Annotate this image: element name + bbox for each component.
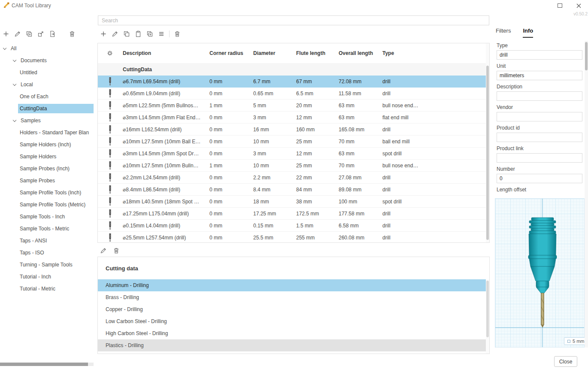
sidebar-horizontal-scrollbar[interactable] [0,363,94,366]
tool-row[interactable]: ⌀3mm L14.5mm (3mm Spot Dr…0 mm3 mm12 mm6… [98,148,486,160]
column-settings-button[interactable] [98,50,122,56]
tool-row[interactable]: ⌀8.4mm L86.54mm (drill)0 mm8.4 mm84 mm89… [98,184,486,196]
scrollbar-thumb[interactable] [585,42,588,70]
tree-item-cuttingdata[interactable]: CuttingData [0,103,97,115]
column-header-description[interactable]: Description [122,50,209,56]
tree-item-sample-profile-tools-inch[interactable]: Sample Profile Tools (Inch) [0,187,97,199]
tree-item-all[interactable]: All [0,42,97,54]
field-input-type[interactable] [497,50,582,60]
tree-item-sample-holders[interactable]: Sample Holders [0,151,97,163]
cutting-data-item-plastics-drilling[interactable]: Plastics - Drilling [98,339,486,351]
scrollbar-thumb[interactable] [0,363,88,366]
tree-item-documents[interactable]: Documents [0,54,97,67]
table-scrollbar[interactable] [486,43,489,242]
cutting-data-item-aluminum-drilling[interactable]: Aluminum - Drilling [98,279,486,291]
new-library-button[interactable] [25,30,33,38]
window-close-button[interactable] [574,1,583,10]
field-input-vendor[interactable] [497,112,582,121]
cutting-data-list: Aluminum - DrillingBrass - DrillingCoppe… [98,279,489,351]
add-library-button[interactable] [2,30,10,38]
cutting-data-item-low-carbon-steel-drilling[interactable]: Low Carbon Steel - Drilling [98,315,486,327]
tool-preview-3d[interactable] [495,198,585,348]
column-header-overall-length[interactable]: Overall length [338,50,382,56]
field-input-unit[interactable] [497,71,582,80]
tree-item-tutorial-inch[interactable]: Tutorial - Inch [0,271,97,283]
field-input-product-id[interactable] [497,133,582,142]
table-group-row[interactable]: CuttingData [98,63,486,76]
cutting-data-scrollbar[interactable] [486,280,489,354]
tree-item-local[interactable]: Local [0,79,97,91]
column-header-type[interactable]: Type [382,50,486,56]
field-input-product-link[interactable] [497,153,582,163]
tab-filters[interactable]: Filters [496,27,511,38]
cell-description: ⌀10mm L27.5mm (10mm Bulln… [122,163,209,169]
tree-item-samples[interactable]: Samples [0,115,97,127]
tree-item-one-of-each[interactable]: One of Each [0,91,97,103]
export-library-button[interactable] [48,30,56,38]
tool-row[interactable]: ⌀0.65mm L9.04mm (drill)0 mm0.65 mm6.5 mm… [98,88,486,100]
chevron-down-icon[interactable] [13,118,16,121]
field-input-description[interactable] [497,91,582,101]
tool-row[interactable]: ⌀2.2mm L24.54mm (drill)0 mm2.2 mm22 mm27… [98,172,486,184]
tool-row[interactable]: ⌀10mm L27.5mm (10mm Ball E…0 mm10 mm25 m… [98,136,486,148]
copy-library-button[interactable] [37,30,45,38]
tree-item-holders-standard-taper-blan[interactable]: Holders - Standard Taper Blan [0,127,97,139]
tool-cell-icon [98,209,122,218]
tree-item-sample-probes[interactable]: Sample Probes [0,175,97,187]
cell-corner-radius: 1 mm [209,163,252,169]
delete-library-button[interactable] [68,30,76,38]
tool-row[interactable]: ⌀18mm L40.5mm (18mm Spot …0 mm18 mm38 mm… [98,196,486,208]
tool-cell-icon [98,113,122,122]
copy-tool-button[interactable] [123,30,130,38]
tree-item-taps-iso[interactable]: Taps - ISO [0,247,97,259]
tree-item-taps-ansi[interactable]: Taps - ANSI [0,235,97,247]
delete-cutting-data-button[interactable] [112,247,120,254]
tree-item-sample-probes-inch[interactable]: Sample Probes (Inch) [0,163,97,175]
cell-overall-length: 165.08 mm [338,127,382,133]
info-panel-scrollbar[interactable] [585,41,588,348]
tool-row[interactable]: ⌀6.7mm L69.54mm (drill)0 mm6.7 mm67 mm72… [98,76,486,88]
tree-item-sample-tools-metric[interactable]: Sample Tools - Metric [0,223,97,235]
search-input[interactable] [98,15,489,25]
chevron-down-icon[interactable] [13,58,16,61]
edit-tool-button[interactable] [111,30,119,38]
scrollbar-thumb[interactable] [486,281,489,337]
tree-item-tutorial-metric[interactable]: Tutorial - Metric [0,283,97,295]
paste-tool-button[interactable] [134,30,142,38]
close-button[interactable]: Close [554,356,577,367]
field-number: Number [497,166,582,183]
cell-overall-length: 11.58 mm [338,91,382,97]
column-header-diameter[interactable]: Diameter [252,50,295,56]
tool-row[interactable]: ⌀10mm L27.5mm (10mm Bulln…1 mm10 mm25 mm… [98,160,486,172]
tool-row[interactable]: ⌀25.5mm L257.54mm (drill)0 mm25.5 mm255 … [98,232,486,243]
cell-description: ⌀16mm L162.54mm (drill) [122,127,209,133]
delete-tool-button[interactable] [173,30,181,38]
tree-item-turning-sample-tools[interactable]: Turning - Sample Tools [0,259,97,271]
tool-row[interactable]: ⌀17.25mm L175.04mm (drill)0 mm17.25 mm17… [98,208,486,220]
tab-info[interactable]: Info [523,27,533,38]
tree-item-untitled[interactable]: Untitled [0,67,97,79]
merge-tools-button[interactable] [158,30,165,38]
field-input-number[interactable] [497,174,582,183]
cutting-data-item-brass-drilling[interactable]: Brass - Drilling [98,291,486,303]
tool-row[interactable]: ⌀5mm L22.5mm (5mm Bullnos…1 mm5 mm20 mm6… [98,100,486,112]
tool-row[interactable]: ⌀0.15mm L4.04mm (drill)0 mm0.15 mm1.5 mm… [98,220,486,232]
tree-item-sample-tools-inch[interactable]: Sample Tools - Inch [0,211,97,223]
tree-item-sample-profile-tools-metric[interactable]: Sample Profile Tools (Metric) [0,199,97,211]
edit-library-button[interactable] [14,30,21,38]
cutting-data-item-high-carbon-steel-drilling[interactable]: High Carbon Steel - Drilling [98,327,486,339]
scrollbar-thumb[interactable] [486,66,489,240]
tree-item-label: Sample Probes (Inch) [18,164,71,173]
add-tool-button[interactable] [100,30,107,38]
tool-row[interactable]: ⌀3mm L14.5mm (3mm Flat End…0 mm3 mm12 mm… [98,112,486,124]
tree-item-sample-holders-inch[interactable]: Sample Holders (Inch) [0,139,97,151]
chevron-down-icon[interactable] [13,82,16,85]
maximize-button[interactable] [555,1,564,10]
duplicate-tool-button[interactable] [146,30,154,38]
column-header-flute-length[interactable]: Flute length [295,50,338,56]
chevron-down-icon[interactable] [3,46,6,49]
cutting-data-item-copper-drilling[interactable]: Copper - Drilling [98,303,486,315]
edit-cutting-data-button[interactable] [100,247,107,254]
column-header-corner-radius[interactable]: Corner radius [209,50,252,56]
tool-row[interactable]: ⌀16mm L162.54mm (drill)0 mm16 mm160 mm16… [98,124,486,136]
